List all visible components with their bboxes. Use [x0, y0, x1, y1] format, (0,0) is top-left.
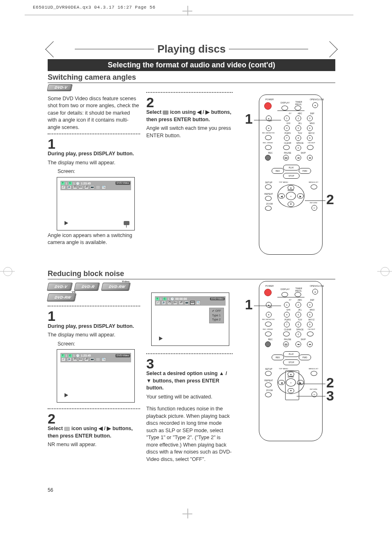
pad-6[interactable]: 6 — [307, 125, 313, 131]
display-button-2[interactable] — [281, 292, 288, 297]
pad-0b[interactable]: 0 — [295, 332, 301, 337]
dvdv-badge-2: DVD-V — [47, 283, 73, 291]
skip-back-button[interactable]: ⏮ — [295, 155, 301, 161]
display-button[interactable] — [281, 106, 288, 111]
rec-speed-button-2[interactable] — [265, 332, 272, 336]
ch-up-button-2[interactable]: ▲ — [266, 302, 272, 308]
document-header-tag: E6501UD_DVR90DEA.qx3 04.3.17 16:27 Page … — [33, 5, 155, 10]
b-step1-head: During play, press DISPLAY button. — [48, 323, 140, 330]
menulist-button-2[interactable] — [311, 371, 317, 376]
skip-fwd-button[interactable]: ⏭ — [307, 155, 313, 161]
rev-button-2[interactable]: REV — [272, 355, 284, 360]
menulist-button[interactable] — [311, 184, 317, 189]
return-button[interactable]: ↩ — [311, 205, 317, 211]
pad-4b[interactable]: 4 — [284, 312, 290, 318]
ch-down-button-2[interactable]: ▼ — [266, 312, 272, 318]
section-switching-angles-title: Switching camera angles — [48, 73, 335, 83]
left-arrow-button[interactable]: ◀ — [278, 193, 285, 198]
pause-button[interactable]: ❚❚ — [283, 155, 289, 161]
section-reducing-noise-title: Reducing block noise — [48, 269, 335, 279]
stop-button[interactable]: STOP — [283, 173, 300, 179]
ch-down-button[interactable]: ▼ — [266, 125, 272, 131]
timer-button[interactable] — [295, 106, 301, 111]
repeat-button[interactable] — [265, 196, 272, 201]
b-step1-screen: T1 C1 🕓1:23:45 DVD-Video ⤢ 🔊 🗔 BK 🗗 📷 🔍 — [57, 349, 135, 403]
fwd-button[interactable]: FWD — [299, 168, 311, 174]
rec-button-2[interactable] — [265, 341, 271, 347]
skip-back-button-2[interactable]: ⏮ — [295, 341, 301, 347]
rec-monitor-button[interactable] — [265, 135, 272, 140]
dvdrw-video-badge: DVD-RW — [101, 283, 131, 291]
setup-button[interactable] — [265, 184, 272, 189]
pad-8[interactable]: 8 — [295, 135, 301, 141]
b-step-3-number: 3 — [146, 358, 233, 369]
zoom-button-2[interactable] — [265, 392, 272, 397]
a-step2-head: Select icon using ◀ / ▶ buttons, then pr… — [146, 109, 233, 123]
zoom-button[interactable] — [265, 206, 272, 211]
dvdr-badge: DVD-R — [74, 283, 100, 291]
section-a-intro: Some DVD Video discs feature scenes shot… — [48, 95, 140, 131]
rev-button[interactable]: REV — [272, 168, 284, 174]
pad-3[interactable]: 3 — [307, 115, 313, 121]
play-icon-3 — [159, 336, 163, 341]
b-step2-body: NR menu will appear. — [48, 441, 140, 449]
angle-icon — [124, 221, 129, 225]
skip-fwd-button-2[interactable]: ⏭ — [307, 341, 313, 347]
crop-mark-top — [184, 7, 201, 24]
timer-button-2[interactable] — [295, 292, 301, 297]
clear-button[interactable] — [283, 145, 290, 150]
a-step1-body2: Screen: — [48, 168, 140, 175]
setup-button-2[interactable] — [265, 371, 272, 376]
rec-button[interactable] — [265, 155, 271, 161]
pad-1[interactable]: 1 — [284, 115, 290, 121]
cmskip-button[interactable] — [307, 145, 314, 150]
pad-2[interactable]: 2 — [295, 115, 301, 121]
nr-icon-inline — [64, 427, 70, 431]
pad-5[interactable]: 5 — [295, 125, 301, 131]
pad-7[interactable]: 7 — [284, 135, 290, 141]
open-close-button[interactable]: ▲ — [312, 102, 318, 108]
a-step1-screen: T1 C1 🕓1:23:45 DVD-Video ⤢ 🔊 🗔 BK 🗗 📷 🔍 — [57, 177, 135, 230]
crop-mark-bottom — [184, 510, 201, 527]
chevron-right-icon — [321, 41, 338, 58]
stop-button-2[interactable]: STOP — [283, 359, 300, 365]
pad-6b[interactable]: 6 — [307, 312, 313, 318]
right-arrow-button[interactable]: ▶ — [297, 193, 304, 198]
power-button-2[interactable] — [264, 289, 272, 296]
open-close-button-2[interactable]: ▲ — [312, 289, 318, 295]
rec-monitor-button-2[interactable] — [265, 322, 272, 327]
pad-7b[interactable]: 7 — [284, 322, 290, 327]
rec-speed-button[interactable] — [265, 145, 272, 150]
pad-1b[interactable]: 1 — [284, 302, 290, 308]
pad-2b[interactable]: 2 — [295, 302, 301, 308]
a-step1-body: The display menu will appear. — [48, 159, 140, 167]
dvdv-badge: DVD-V — [47, 84, 72, 91]
chevron-left-icon — [45, 41, 62, 58]
page-title-row: Playing discs — [48, 43, 335, 55]
pad-0[interactable]: 0 — [295, 145, 301, 151]
pad-4[interactable]: 4 — [284, 125, 290, 131]
pad-5b[interactable]: 5 — [295, 312, 301, 318]
pause-button-2[interactable]: ❚❚ — [283, 341, 289, 347]
dvd-video-badge-3: DVD-Video — [210, 297, 225, 301]
power-button[interactable] — [264, 102, 272, 110]
fwd-button-2[interactable]: FWD — [299, 355, 311, 360]
play-icon — [65, 221, 68, 225]
clear-button-2[interactable] — [283, 332, 290, 336]
repeat-button-2[interactable] — [265, 382, 272, 387]
remote-callout-2a: 2 — [326, 191, 334, 207]
play-button[interactable]: PLAY — [283, 165, 300, 170]
pad-8b[interactable]: 8 — [295, 322, 301, 327]
b-step1-body2: Screen: — [48, 341, 140, 348]
cmskip-button-2[interactable] — [307, 332, 314, 336]
play-button-2[interactable]: PLAY — [283, 351, 300, 357]
b-step3-head: Select a desired option using ▲ / ▼ butt… — [146, 370, 233, 392]
a-step1-head: During play, press DISPLAY button. — [48, 150, 140, 158]
pad-9b[interactable]: 9 — [307, 322, 313, 327]
enter-button[interactable]: ● — [286, 192, 296, 200]
down-arrow-button[interactable]: ▼ — [288, 202, 294, 207]
dvd-video-badge-2: DVD-Video — [115, 354, 130, 357]
left-arrow-button-2[interactable]: ◀ — [278, 380, 285, 385]
pad-3b[interactable]: 3 — [307, 302, 313, 308]
pad-9[interactable]: 9 — [307, 135, 313, 141]
